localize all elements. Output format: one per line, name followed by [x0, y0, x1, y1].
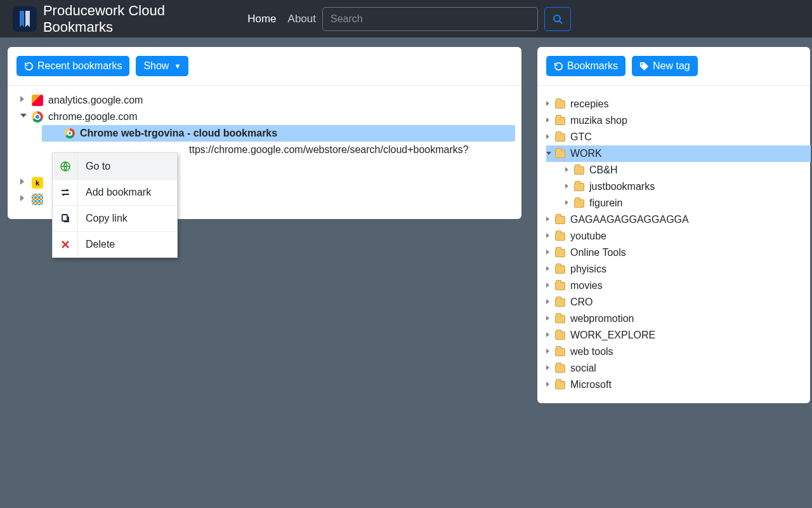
tag-label: movies: [570, 280, 603, 291]
tag-item-microsoft[interactable]: Microsoft: [546, 377, 810, 393]
nav-home[interactable]: Home: [247, 13, 276, 25]
tree-item-chrome[interactable]: chrome.google.com: [32, 109, 515, 125]
context-menu-goto[interactable]: Go to: [53, 153, 177, 179]
expand-icon[interactable]: [20, 195, 24, 201]
folder-icon: [555, 265, 565, 274]
tag-label: social: [570, 363, 596, 374]
svg-point-0: [554, 15, 560, 22]
tag-item-work[interactable]: WORK: [546, 145, 811, 162]
brand-icon: [13, 6, 37, 32]
context-menu-label: Copy link: [78, 213, 128, 224]
left-panel-header: Recent bookmarks Show ▼: [8, 47, 521, 86]
tag-item-gtc[interactable]: GTC: [546, 129, 810, 145]
expand-icon[interactable]: [546, 266, 549, 271]
expand-icon[interactable]: [546, 233, 549, 238]
tag-label: CRO: [570, 297, 593, 308]
right-panel: Bookmarks New tag recepies muzika shop G…: [537, 47, 810, 403]
expand-icon[interactable]: [546, 217, 549, 222]
expand-icon[interactable]: [546, 250, 549, 255]
context-menu-delete[interactable]: Delete: [53, 231, 177, 257]
tag-label: CB&H: [589, 164, 617, 176]
tree-item-analytics[interactable]: analytics.google.com: [32, 92, 515, 109]
folder-icon: [555, 298, 565, 307]
svg-rect-4: [62, 215, 67, 221]
folder-icon: [555, 216, 565, 224]
tag-item-cbh[interactable]: CB&H: [546, 162, 810, 178]
chrome-favicon: [32, 111, 43, 123]
expand-icon[interactable]: [546, 332, 549, 337]
expand-icon[interactable]: [546, 117, 549, 123]
collapse-icon[interactable]: [546, 152, 551, 155]
tag-label: justbookmarks: [589, 181, 655, 192]
tag-item-phyisics[interactable]: phyisics: [546, 261, 810, 277]
recent-bookmarks-button[interactable]: Recent bookmarks: [16, 56, 129, 76]
context-menu-label: Go to: [78, 161, 110, 172]
context-menu-copy-link[interactable]: Copy link: [53, 205, 177, 231]
expand-icon[interactable]: [546, 299, 549, 304]
tags-tree: recepies muzika shop GTC WORK CB&H justb…: [537, 92, 810, 397]
tree-item-selected[interactable]: Chrome web-trgovina - cloud bookmarks: [42, 125, 515, 142]
tag-item-cro[interactable]: CRO: [546, 294, 810, 311]
right-panel-header: Bookmarks New tag: [537, 47, 810, 86]
tag-item-figurein[interactable]: figurein: [546, 195, 810, 211]
tag-item-social[interactable]: social: [546, 360, 810, 377]
nav-about[interactable]: About: [288, 13, 316, 25]
search-button[interactable]: [544, 7, 571, 31]
tag-label: webpromotion: [570, 313, 634, 324]
expand-icon[interactable]: [546, 365, 549, 370]
tag-item-movies[interactable]: movies: [546, 277, 810, 294]
brand[interactable]: Producework Cloud Bookmarks: [13, 3, 228, 36]
expand-icon[interactable]: [546, 101, 549, 106]
folder-icon: [555, 331, 565, 340]
expand-icon[interactable]: [546, 134, 549, 139]
expand-icon[interactable]: [546, 349, 549, 354]
expand-icon[interactable]: [546, 316, 549, 321]
tag-label: WORK_EXPLORE: [570, 330, 655, 341]
recent-bookmarks-label: Recent bookmarks: [37, 60, 122, 72]
analytics-favicon: [32, 95, 43, 106]
tag-item-webtools[interactable]: web tools: [546, 344, 810, 360]
copy-icon: [53, 206, 78, 231]
tag-item-recepies[interactable]: recepies: [546, 96, 810, 112]
tag-item-onlinetools[interactable]: Online Tools: [546, 244, 810, 261]
tag-label: GAGAAGAGGAGGAGGA: [570, 214, 689, 225]
tag-item-workexplore[interactable]: WORK_EXPLORE: [546, 327, 810, 344]
tag-label: figurein: [589, 197, 622, 209]
folder-icon: [555, 381, 565, 389]
context-menu-add-bookmark[interactable]: Add bookmark: [53, 179, 177, 205]
search-input[interactable]: [322, 7, 538, 31]
tag-item-gaga[interactable]: GAGAAGAGGAGGAGGA: [546, 211, 810, 228]
swap-icon: [53, 180, 78, 205]
tag-item-youtube[interactable]: youtube: [546, 228, 810, 244]
folder-icon: [555, 249, 565, 257]
brand-title: Producework Cloud Bookmarks: [43, 3, 228, 36]
bookmarks-label: Bookmarks: [567, 60, 618, 72]
svg-line-1: [560, 21, 562, 23]
show-dropdown-button[interactable]: Show ▼: [136, 56, 188, 76]
expand-icon[interactable]: [20, 96, 24, 102]
expand-icon[interactable]: [565, 184, 568, 189]
expand-icon[interactable]: [565, 200, 568, 205]
folder-icon: [574, 166, 584, 175]
svg-point-2: [641, 63, 643, 64]
expand-icon[interactable]: [546, 283, 549, 288]
expand-icon[interactable]: [546, 382, 549, 387]
collapse-icon[interactable]: [20, 114, 27, 117]
search-icon: [553, 14, 563, 24]
tag-item-justbookmarks[interactable]: justbookmarks: [546, 178, 810, 195]
tag-item-webpromotion[interactable]: webpromotion: [546, 311, 810, 327]
tag-label: recepies: [570, 98, 608, 110]
context-menu-label: Delete: [78, 239, 115, 250]
tag-label: Microsoft: [570, 379, 612, 391]
folder-icon: [555, 282, 565, 290]
site-favicon: [32, 194, 43, 205]
expand-icon[interactable]: [20, 178, 24, 185]
expand-icon[interactable]: [565, 167, 568, 172]
new-tag-button[interactable]: New tag: [632, 56, 698, 76]
refresh-icon: [24, 62, 34, 71]
tag-label: phyisics: [570, 264, 606, 275]
tag-label: web tools: [570, 346, 613, 358]
new-tag-label: New tag: [653, 60, 690, 72]
tag-item-muzika[interactable]: muzika shop: [546, 112, 810, 129]
bookmarks-button[interactable]: Bookmarks: [546, 56, 625, 76]
